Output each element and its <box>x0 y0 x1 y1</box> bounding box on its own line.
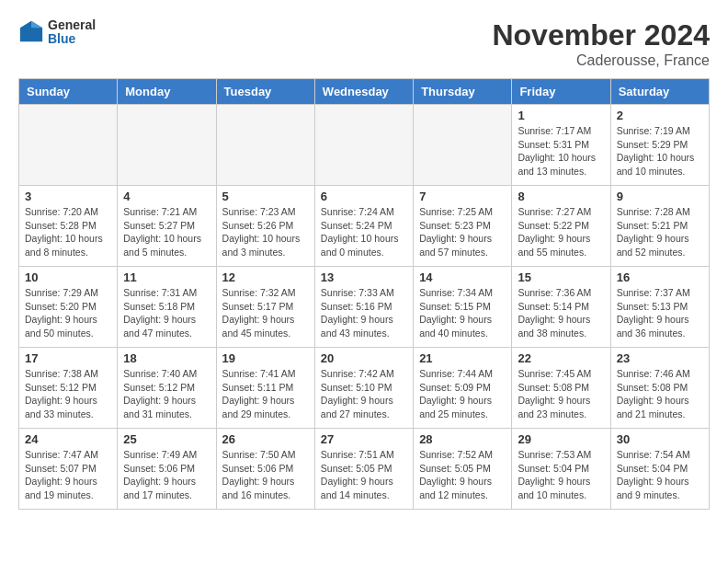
calendar-cell: 5Sunrise: 7:23 AM Sunset: 5:26 PM Daylig… <box>216 186 314 267</box>
day-info: Sunrise: 7:31 AM Sunset: 5:18 PM Dayligh… <box>123 286 210 340</box>
day-number: 26 <box>222 432 309 446</box>
calendar-cell: 27Sunrise: 7:51 AM Sunset: 5:05 PM Dayli… <box>314 429 413 510</box>
logo-text: General Blue <box>48 18 96 47</box>
day-number: 11 <box>123 270 210 284</box>
calendar-cell: 26Sunrise: 7:50 AM Sunset: 5:06 PM Dayli… <box>216 429 314 510</box>
day-info: Sunrise: 7:49 AM Sunset: 5:06 PM Dayligh… <box>123 448 210 502</box>
calendar-week-4: 24Sunrise: 7:47 AM Sunset: 5:07 PM Dayli… <box>19 429 710 510</box>
day-number: 27 <box>321 432 407 446</box>
calendar-cell: 23Sunrise: 7:46 AM Sunset: 5:08 PM Dayli… <box>610 348 709 429</box>
day-number: 12 <box>222 270 309 284</box>
calendar-cell: 11Sunrise: 7:31 AM Sunset: 5:18 PM Dayli… <box>118 267 216 348</box>
day-number: 13 <box>321 270 407 284</box>
day-info: Sunrise: 7:47 AM Sunset: 5:07 PM Dayligh… <box>25 448 111 502</box>
calendar-cell: 10Sunrise: 7:29 AM Sunset: 5:20 PM Dayli… <box>19 267 118 348</box>
svg-marker-1 <box>31 21 42 28</box>
day-number: 28 <box>419 432 506 446</box>
day-number: 21 <box>419 351 506 365</box>
logo-general-text: General <box>48 18 96 32</box>
header-row: SundayMondayTuesdayWednesdayThursdayFrid… <box>19 79 710 105</box>
calendar-cell: 15Sunrise: 7:36 AM Sunset: 5:14 PM Dayli… <box>512 267 610 348</box>
column-header-tuesday: Tuesday <box>216 79 314 105</box>
column-header-monday: Monday <box>118 79 216 105</box>
page-header: General Blue November 2024 Caderousse, F… <box>18 18 710 69</box>
day-info: Sunrise: 7:41 AM Sunset: 5:11 PM Dayligh… <box>222 367 309 421</box>
calendar-cell: 8Sunrise: 7:27 AM Sunset: 5:22 PM Daylig… <box>512 186 610 267</box>
day-info: Sunrise: 7:28 AM Sunset: 5:21 PM Dayligh… <box>617 205 703 259</box>
calendar-cell: 3Sunrise: 7:20 AM Sunset: 5:28 PM Daylig… <box>19 186 118 267</box>
column-header-saturday: Saturday <box>610 79 709 105</box>
calendar-cell: 14Sunrise: 7:34 AM Sunset: 5:15 PM Dayli… <box>414 267 512 348</box>
calendar-cell: 12Sunrise: 7:32 AM Sunset: 5:17 PM Dayli… <box>216 267 314 348</box>
day-number: 23 <box>617 351 703 365</box>
day-info: Sunrise: 7:44 AM Sunset: 5:09 PM Dayligh… <box>419 367 506 421</box>
calendar-cell: 13Sunrise: 7:33 AM Sunset: 5:16 PM Dayli… <box>314 267 413 348</box>
month-title: November 2024 <box>492 18 710 52</box>
day-number: 4 <box>123 190 210 203</box>
day-info: Sunrise: 7:42 AM Sunset: 5:10 PM Dayligh… <box>321 367 407 421</box>
day-info: Sunrise: 7:33 AM Sunset: 5:16 PM Dayligh… <box>321 286 407 340</box>
day-info: Sunrise: 7:27 AM Sunset: 5:22 PM Dayligh… <box>518 205 604 259</box>
day-number: 19 <box>222 351 309 365</box>
day-number: 25 <box>123 432 210 446</box>
day-info: Sunrise: 7:17 AM Sunset: 5:31 PM Dayligh… <box>518 124 604 178</box>
calendar-week-3: 17Sunrise: 7:38 AM Sunset: 5:12 PM Dayli… <box>19 348 710 429</box>
day-number: 15 <box>518 270 604 284</box>
column-header-friday: Friday <box>512 79 610 105</box>
day-number: 2 <box>617 109 703 122</box>
calendar-cell <box>414 105 512 186</box>
calendar-cell: 25Sunrise: 7:49 AM Sunset: 5:06 PM Dayli… <box>118 429 216 510</box>
calendar-cell: 17Sunrise: 7:38 AM Sunset: 5:12 PM Dayli… <box>19 348 118 429</box>
logo-icon <box>18 19 44 45</box>
day-number: 9 <box>617 190 703 203</box>
day-info: Sunrise: 7:37 AM Sunset: 5:13 PM Dayligh… <box>617 286 703 340</box>
calendar-cell: 22Sunrise: 7:45 AM Sunset: 5:08 PM Dayli… <box>512 348 610 429</box>
day-info: Sunrise: 7:23 AM Sunset: 5:26 PM Dayligh… <box>222 205 309 259</box>
day-info: Sunrise: 7:36 AM Sunset: 5:14 PM Dayligh… <box>518 286 604 340</box>
calendar-cell <box>19 105 118 186</box>
day-number: 10 <box>25 270 111 284</box>
day-number: 3 <box>25 190 111 203</box>
logo: General Blue <box>18 18 96 47</box>
calendar-header: SundayMondayTuesdayWednesdayThursdayFrid… <box>19 79 710 105</box>
day-number: 6 <box>321 190 407 203</box>
day-number: 8 <box>518 190 604 203</box>
calendar-cell: 19Sunrise: 7:41 AM Sunset: 5:11 PM Dayli… <box>216 348 314 429</box>
calendar-cell: 24Sunrise: 7:47 AM Sunset: 5:07 PM Dayli… <box>19 429 118 510</box>
day-number: 5 <box>222 190 309 203</box>
calendar-cell: 21Sunrise: 7:44 AM Sunset: 5:09 PM Dayli… <box>414 348 512 429</box>
day-info: Sunrise: 7:21 AM Sunset: 5:27 PM Dayligh… <box>123 205 210 259</box>
day-info: Sunrise: 7:32 AM Sunset: 5:17 PM Dayligh… <box>222 286 309 340</box>
day-number: 30 <box>617 432 703 446</box>
day-info: Sunrise: 7:50 AM Sunset: 5:06 PM Dayligh… <box>222 448 309 502</box>
calendar-table: SundayMondayTuesdayWednesdayThursdayFrid… <box>18 78 710 510</box>
day-info: Sunrise: 7:24 AM Sunset: 5:24 PM Dayligh… <box>321 205 407 259</box>
day-info: Sunrise: 7:29 AM Sunset: 5:20 PM Dayligh… <box>25 286 111 340</box>
day-number: 20 <box>321 351 407 365</box>
day-info: Sunrise: 7:25 AM Sunset: 5:23 PM Dayligh… <box>419 205 506 259</box>
day-info: Sunrise: 7:51 AM Sunset: 5:05 PM Dayligh… <box>321 448 407 502</box>
calendar-week-1: 3Sunrise: 7:20 AM Sunset: 5:28 PM Daylig… <box>19 186 710 267</box>
calendar-cell <box>216 105 314 186</box>
calendar-cell: 18Sunrise: 7:40 AM Sunset: 5:12 PM Dayli… <box>118 348 216 429</box>
calendar-cell: 2Sunrise: 7:19 AM Sunset: 5:29 PM Daylig… <box>610 105 709 186</box>
day-info: Sunrise: 7:19 AM Sunset: 5:29 PM Dayligh… <box>617 124 703 178</box>
day-number: 18 <box>123 351 210 365</box>
logo-blue-text: Blue <box>48 32 96 46</box>
day-number: 22 <box>518 351 604 365</box>
calendar-cell: 6Sunrise: 7:24 AM Sunset: 5:24 PM Daylig… <box>314 186 413 267</box>
day-number: 1 <box>518 109 604 122</box>
day-info: Sunrise: 7:38 AM Sunset: 5:12 PM Dayligh… <box>25 367 111 421</box>
day-info: Sunrise: 7:52 AM Sunset: 5:05 PM Dayligh… <box>419 448 506 502</box>
calendar-cell: 29Sunrise: 7:53 AM Sunset: 5:04 PM Dayli… <box>512 429 610 510</box>
column-header-wednesday: Wednesday <box>314 79 413 105</box>
calendar-cell: 30Sunrise: 7:54 AM Sunset: 5:04 PM Dayli… <box>610 429 709 510</box>
day-number: 16 <box>617 270 703 284</box>
calendar-cell <box>118 105 216 186</box>
location-subtitle: Caderousse, France <box>492 52 710 69</box>
day-number: 14 <box>419 270 506 284</box>
calendar-cell: 1Sunrise: 7:17 AM Sunset: 5:31 PM Daylig… <box>512 105 610 186</box>
calendar-cell: 4Sunrise: 7:21 AM Sunset: 5:27 PM Daylig… <box>118 186 216 267</box>
day-info: Sunrise: 7:53 AM Sunset: 5:04 PM Dayligh… <box>518 448 604 502</box>
day-number: 17 <box>25 351 111 365</box>
